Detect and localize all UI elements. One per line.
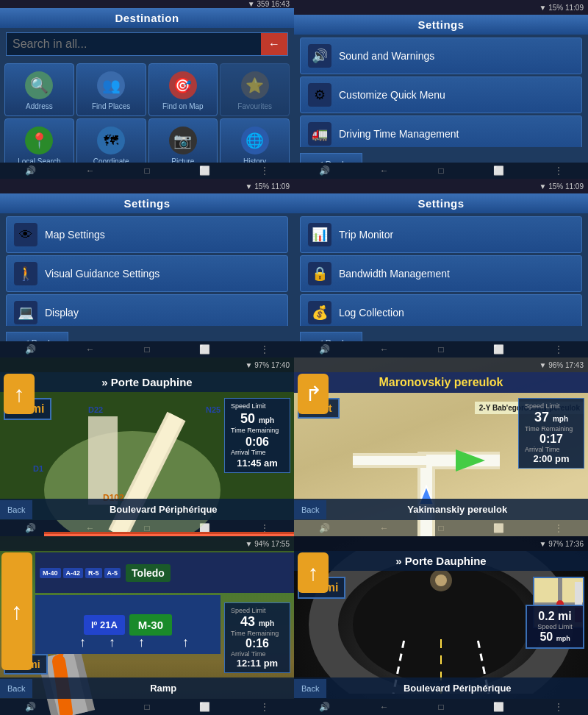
status-bar-7: ▼ 94% 17:55 bbox=[0, 536, 294, 551]
nav-volume-4[interactable]: 🔊 bbox=[319, 344, 330, 355]
search-bar[interactable]: ← bbox=[6, 32, 288, 56]
history-icon: 🌐 bbox=[241, 127, 269, 154]
settings-item-driving[interactable]: 🚛 Driving Time Management bbox=[300, 115, 582, 147]
settings-item-bandwidth[interactable]: 🔒 Bandwidth Management bbox=[300, 255, 582, 292]
nav-home-4[interactable]: □ bbox=[438, 344, 443, 355]
settings-item-mapsettings[interactable]: 👁 Map Settings bbox=[6, 216, 288, 253]
settings-item-tripmonitor[interactable]: 📊 Trip Monitor bbox=[300, 216, 582, 253]
back-button-8[interactable]: Back bbox=[294, 679, 326, 698]
speed-limit-value-6: 37 mph bbox=[525, 410, 578, 425]
nav-menu-1[interactable]: ⋮ bbox=[260, 166, 269, 176]
search-input[interactable] bbox=[7, 33, 261, 55]
exit-sign-2: M-30 bbox=[129, 614, 172, 636]
time-remaining-label-7: Time Remaining bbox=[231, 630, 284, 637]
settings-item-quickmenu[interactable]: ⚙ Customize Quick Menu bbox=[300, 77, 582, 113]
status-text-7: ▼ 94% 17:55 bbox=[245, 540, 290, 548]
nav-direction-8: » Porte Dauphine bbox=[395, 555, 486, 567]
tripmonitor-icon: 📊 bbox=[308, 223, 331, 246]
nav-volume-8[interactable]: 🔊 bbox=[319, 702, 330, 712]
address-icon: 🔍 bbox=[25, 71, 53, 99]
nav-back-2[interactable]: ← bbox=[380, 166, 389, 176]
dest-item-address[interactable]: 🔍 Address bbox=[4, 63, 74, 116]
findonmap-label: Find on Map bbox=[162, 102, 204, 110]
nav-back-1[interactable]: ← bbox=[86, 166, 95, 176]
coordinate-icon: 🗺 bbox=[97, 127, 125, 154]
nav-header-6: Maronovskiy pereulok bbox=[294, 372, 588, 393]
nav-volume-1[interactable]: 🔊 bbox=[25, 166, 36, 176]
street-name-6: Yakimanskiy pereulok bbox=[326, 499, 588, 520]
search-clear-button[interactable]: ← bbox=[261, 33, 287, 55]
status-bar-5: ▼ 97% 17:40 bbox=[0, 358, 294, 372]
nav-back-4[interactable]: ← bbox=[380, 344, 389, 355]
nav-menu-2[interactable]: ⋮ bbox=[554, 166, 563, 176]
dest-item-findplaces[interactable]: 👥 Find Places bbox=[76, 63, 146, 116]
destination-grid: 🔍 Address 👥 Find Places 🎯 Find on Map ⭐ … bbox=[4, 63, 290, 171]
speed-limit-value-7: 43 mph bbox=[231, 614, 284, 630]
speed-limit-label-6: Speed Limit bbox=[525, 402, 578, 410]
info-box-6: Speed Limit 37 mph Time Remaining 0:17 A… bbox=[518, 398, 584, 469]
nav-home-3[interactable]: □ bbox=[144, 344, 149, 355]
localsearch-icon: 📍 bbox=[25, 127, 53, 154]
arrival-time-label-7: Arrival Time bbox=[231, 650, 284, 658]
time-remaining-row-5: Time Remaining bbox=[231, 427, 284, 434]
status-text-6: ▼ 96% 17:43 bbox=[539, 361, 584, 369]
arrival-time-label-6: Arrival Time bbox=[525, 446, 578, 453]
nav-menu-3[interactable]: ⋮ bbox=[260, 344, 269, 355]
settings-item-sound[interactable]: 🔊 Sound and Warnings bbox=[300, 38, 582, 74]
status-text-4: ▼ 15% 11:09 bbox=[539, 182, 584, 191]
info-box-5: Speed Limit 50 mph Time Remaining 0:06 A… bbox=[224, 398, 290, 473]
nav-home-1[interactable]: □ bbox=[144, 166, 149, 176]
status-text-3: ▼ 15% 11:09 bbox=[245, 182, 290, 191]
status-text-1: ▼ 359 16:43 bbox=[248, 0, 290, 8]
nav-home-8[interactable]: □ bbox=[438, 702, 443, 712]
display-icon: 💻 bbox=[14, 301, 37, 324]
nav-back-3[interactable]: ← bbox=[86, 344, 95, 355]
favourites-label: Favourites bbox=[237, 102, 272, 110]
panel1-title: Destination bbox=[0, 8, 294, 28]
back-button-5[interactable]: Back bbox=[0, 500, 32, 519]
sign-a5: A-5 bbox=[104, 568, 121, 578]
settings-trip-panel: ▼ 15% 11:09 Settings 📊 Trip Monitor 🔒 Ba… bbox=[294, 179, 588, 358]
status-bar-2: ▼ 15% 11:09 bbox=[294, 0, 588, 15]
nav-recent-1[interactable]: ⬜ bbox=[199, 166, 210, 176]
sign-a42: A-42 bbox=[63, 568, 84, 578]
time-remaining-label-5: Time Remaining bbox=[231, 427, 279, 434]
arrival-time-label-5: Arrival Time bbox=[231, 449, 266, 456]
nav-bar-4: 🔊 ← □ ⬜ ⋮ bbox=[294, 341, 588, 358]
time-remaining-value-6: 0:17 bbox=[525, 433, 578, 446]
nav-bar-3: 🔊 ← □ ⬜ ⋮ bbox=[0, 341, 294, 358]
settings-map-panel: ▼ 15% 11:09 Settings 👁 Map Settings 🚶 Vi… bbox=[0, 179, 294, 358]
speed-limit-label-8: Speed Limit bbox=[533, 623, 577, 630]
nav-menu-8[interactable]: ⋮ bbox=[554, 702, 563, 712]
settings-item-visualguidance[interactable]: 🚶 Visual Guidance Settings bbox=[6, 255, 288, 292]
svg-text:D1: D1 bbox=[33, 464, 43, 473]
nav-home-2[interactable]: □ bbox=[438, 166, 443, 176]
dest-item-favourites[interactable]: ⭐ Favourites bbox=[220, 63, 290, 116]
city-label-7: Toledo bbox=[126, 564, 171, 582]
nav-volume-3[interactable]: 🔊 bbox=[25, 344, 36, 355]
settings-item-display[interactable]: 💻 Display bbox=[6, 294, 288, 326]
turn-arrow-6: ↱ bbox=[298, 374, 329, 414]
nav-recent-4[interactable]: ⬜ bbox=[493, 344, 504, 355]
settings-list-3: 👁 Map Settings 🚶 Visual Guidance Setting… bbox=[6, 216, 288, 326]
mini-distance-8: 0.2 mi bbox=[533, 610, 577, 623]
nav-back-8[interactable]: ← bbox=[380, 702, 389, 712]
nav-volume-2[interactable]: 🔊 bbox=[319, 166, 330, 176]
status-text-5: ▼ 97% 17:40 bbox=[245, 361, 290, 369]
ramp-label-7: Ramp bbox=[32, 677, 294, 699]
arrival-time-row-5: Arrival Time bbox=[231, 449, 284, 456]
nav-direction-6: Maronovskiy pereulok bbox=[379, 376, 503, 388]
dest-item-findonmap[interactable]: 🎯 Find on Map bbox=[148, 63, 218, 116]
svg-rect-1 bbox=[88, 416, 118, 505]
nav-recent-8[interactable]: ⬜ bbox=[493, 702, 504, 712]
nav-recent-3[interactable]: ⬜ bbox=[199, 344, 210, 355]
settings-item-logcollection[interactable]: 💰 Log Collection bbox=[300, 294, 582, 326]
findplaces-icon: 👥 bbox=[97, 71, 125, 99]
back-button-6[interactable]: Back bbox=[294, 500, 326, 519]
arrival-time-value-5: 11:45 am bbox=[231, 458, 284, 469]
nav-menu-4[interactable]: ⋮ bbox=[554, 344, 563, 355]
status-text-2: ▼ 15% 11:09 bbox=[539, 4, 584, 12]
nav-recent-2[interactable]: ⬜ bbox=[493, 166, 504, 176]
back-button-7[interactable]: Back bbox=[0, 679, 32, 698]
panel4-title: Settings bbox=[294, 193, 588, 213]
